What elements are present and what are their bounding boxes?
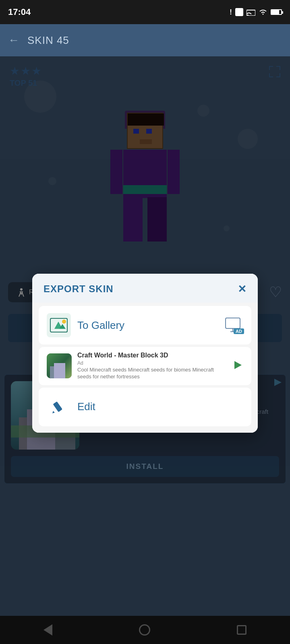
ad-option-desc: Cool Minecraft seeds Minecraft seeds for… xyxy=(77,367,226,380)
dialog-body: To Gallery AD xyxy=(32,303,258,433)
gallery-icon-container xyxy=(47,313,71,337)
status-time: 17:04 xyxy=(8,7,31,17)
play-icon xyxy=(232,359,243,371)
ad-label-badge: AD xyxy=(234,328,244,334)
modal-overlay: EXPORT SKIN ✕ xyxy=(0,56,290,644)
to-gallery-option[interactable]: To Gallery AD xyxy=(39,306,251,345)
svg-point-7 xyxy=(62,320,66,324)
dialog-close-button[interactable]: ✕ xyxy=(238,284,246,294)
svg-rect-12 xyxy=(53,401,62,412)
ad-option-row[interactable]: Craft World - Master Block 3D Ad Cool Mi… xyxy=(39,347,251,385)
edit-label: Edit xyxy=(77,400,243,413)
back-button[interactable]: ← xyxy=(8,34,19,47)
notification-icon: ! xyxy=(230,8,232,17)
status-bar: 17:04 ! xyxy=(0,0,290,24)
pencil-icon xyxy=(52,400,66,414)
ad-option-title: Craft World - Master Block 3D xyxy=(77,352,226,359)
notification-dot xyxy=(235,8,243,16)
ad-option-label: Ad xyxy=(77,360,226,366)
app-header: ← SKIN 45 xyxy=(0,24,290,56)
edit-icon-container xyxy=(47,395,71,419)
wifi-icon xyxy=(259,8,267,16)
svg-marker-11 xyxy=(234,361,242,369)
dialog-header: EXPORT SKIN ✕ xyxy=(32,274,258,303)
cast-icon xyxy=(246,8,255,16)
page-title: SKIN 45 xyxy=(27,34,69,47)
ad-monitor-container: AD xyxy=(225,317,243,333)
ad-play-button[interactable] xyxy=(232,359,243,372)
svg-marker-13 xyxy=(52,411,55,413)
status-icons: ! xyxy=(230,8,282,17)
gallery-icon xyxy=(49,315,69,335)
export-dialog: EXPORT SKIN ✕ xyxy=(32,274,258,433)
ad-option-thumb xyxy=(47,353,72,378)
edit-option[interactable]: Edit xyxy=(39,388,251,426)
to-gallery-label: To Gallery xyxy=(77,319,218,332)
main-content: ★ ★ ★ TOP 51 xyxy=(0,56,290,644)
dialog-title: EXPORT SKIN xyxy=(44,283,114,295)
svg-rect-8 xyxy=(226,318,240,328)
battery-icon xyxy=(271,9,282,15)
ad-option-text: Craft World - Master Block 3D Ad Cool Mi… xyxy=(77,352,226,380)
